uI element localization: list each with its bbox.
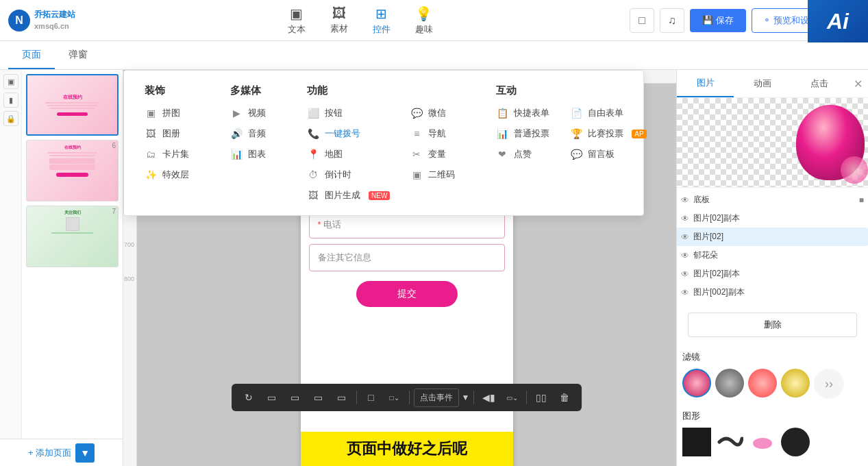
layer-eye-3[interactable]: 👁 (681, 232, 689, 242)
chart-icon: 📊 (230, 148, 243, 160)
page-thumb-7[interactable]: 7 关注我们 (26, 206, 119, 267)
add-page-dropdown-arrow[interactable]: ▼ (75, 443, 95, 463)
nav-widget[interactable]: ↓ ⊞ 控件 (360, 0, 403, 41)
delete-button[interactable]: 删除 (688, 312, 857, 337)
filter-title: 滤镜 (682, 351, 863, 363)
tb-divider2 (409, 391, 410, 404)
right-panel-tab-bar: 图片 动画 点击 ✕ (677, 70, 868, 98)
tb-crop[interactable]: □ (361, 387, 382, 408)
shape-item-rect[interactable] (682, 428, 711, 456)
tb-prev[interactable]: ◀▮ (478, 387, 499, 408)
layer-img02[interactable]: 👁 图片[02] (677, 228, 868, 246)
item-nav[interactable]: ≡ 导航 (410, 127, 455, 140)
add-page-button[interactable]: + 添加页面 ▼ (0, 439, 123, 466)
tb-event-button[interactable]: 点击事件 (414, 389, 459, 407)
layer-eye-5[interactable]: 👁 (681, 269, 689, 279)
rose-thumbnail (796, 105, 865, 180)
image-preview-area (677, 98, 868, 187)
ai-button[interactable]: Ai (808, 0, 868, 42)
sidebar-icon-strip: ▣ ▮ → 🔒 (0, 70, 22, 439)
page-thumb-6[interactable]: 6 在线预约 (26, 140, 119, 201)
sidebar-icon-grid[interactable]: ▣ (3, 74, 18, 89)
item-variable[interactable]: ✂ 变量 (410, 148, 455, 160)
tb-divider3 (473, 391, 474, 404)
layer-dibaan[interactable]: 👁 底板 ■ (677, 191, 868, 209)
item-call[interactable]: 📞 一键拨号 (307, 127, 390, 140)
item-wechat[interactable]: 💬 微信 (410, 107, 455, 119)
puzzle-icon: ▣ (145, 107, 157, 119)
sidebar-icon-lock[interactable]: 🔒 (3, 111, 18, 126)
submit-button[interactable]: 提交 (356, 281, 458, 307)
tb-rect4[interactable]: ▭ (332, 387, 352, 408)
layer-eye-4[interactable]: 👁 (681, 251, 689, 260)
item-imggen[interactable]: 🖼 图片生成 NEW (307, 189, 390, 201)
filter-item-4[interactable] (781, 369, 810, 397)
layer-img02copy[interactable]: 👁 图片[02]副本 (677, 209, 868, 228)
shape-item-brush1[interactable] (715, 428, 744, 456)
tab-popup[interactable]: 弹窗 (55, 42, 101, 69)
item-qrcode[interactable]: ▣ 二维码 (410, 169, 455, 181)
layer-img02copy2[interactable]: 👁 图片[02]副本 (677, 265, 868, 283)
preview-icon: ⚬ (763, 15, 771, 25)
item-card[interactable]: 🗂 卡片集 (145, 148, 189, 160)
tb-align[interactable]: ▭⌄ (501, 387, 522, 408)
item-like[interactable]: ❤ 点赞 (496, 148, 549, 160)
filter-more-btn[interactable]: ›› (814, 369, 844, 399)
nav-text[interactable]: ▣ 文本 (275, 0, 318, 41)
field-notes[interactable]: 备注其它信息 (309, 244, 505, 271)
shape-item-smear[interactable] (748, 428, 777, 456)
tb-rect3[interactable]: ▭ (308, 387, 329, 408)
item-chart[interactable]: 📊 图表 (230, 148, 266, 160)
item-video[interactable]: ▶ 视频 (230, 107, 266, 119)
layer-eye-2[interactable]: 👁 (681, 214, 689, 223)
item-vote[interactable]: 📊 普通投票 (496, 127, 549, 140)
item-contest[interactable]: 🏆 比赛投票 AP (570, 127, 646, 140)
tb-rect1[interactable]: ▭ (262, 387, 282, 408)
tb-delete[interactable]: 🗑 (554, 387, 575, 408)
tb-copy[interactable]: ▯▯ (531, 387, 551, 408)
item-effect[interactable]: ✨ 特效层 (145, 169, 189, 181)
layer-eye-1[interactable]: 👁 (681, 195, 689, 205)
item-comment[interactable]: 💬 留言板 (570, 148, 646, 160)
audio-icon: 🔊 (230, 127, 243, 140)
nav-assets[interactable]: 🖼 素材 (318, 0, 360, 41)
layout-btn[interactable]: □ (630, 8, 654, 33)
item-puzzle[interactable]: ▣ 拼图 (145, 107, 189, 119)
multimedia-items: ▶ 视频 🔊 音频 📊 图表 (230, 107, 266, 160)
sidebar-icon-copy[interactable]: ▮ → (3, 93, 18, 108)
save-button[interactable]: 💾 保存 (690, 9, 746, 32)
layer-yuhua[interactable]: 👁 郁花朵 (677, 246, 868, 265)
rp-tab-image[interactable]: 图片 (677, 70, 734, 97)
rp-tab-animation[interactable]: 动画 (734, 71, 791, 97)
freeform-icon: 📄 (570, 107, 582, 119)
nav-fun[interactable]: 💡 趣味 (403, 0, 445, 41)
layer-img002copy[interactable]: 👁 图片[002]副本 (677, 283, 868, 302)
rp-close-btn[interactable]: ✕ (848, 77, 868, 90)
music-btn[interactable]: ♫ (660, 8, 684, 33)
multimedia-title: 多媒体 (230, 84, 266, 97)
page-thumb-1[interactable]: 在线预约 (26, 74, 119, 136)
shape-item-circle[interactable] (781, 428, 810, 456)
rp-tab-click[interactable]: 点击 (791, 71, 848, 97)
filter-item-2[interactable] (715, 369, 744, 397)
dropdown-decoration: 装饰 ▣ 拼图 🖼 图册 🗂 卡片集 ✨ 特效层 (145, 84, 189, 201)
logo[interactable]: N 乔拓云建站 xmsq6.cn (8, 9, 90, 32)
filter-item-3[interactable] (748, 369, 777, 397)
item-map[interactable]: 📍 地图 (307, 148, 390, 160)
item-audio[interactable]: 🔊 音频 (230, 127, 266, 140)
tb-crop2[interactable]: □⌄ (384, 387, 405, 408)
item-timer[interactable]: ⏱ 倒计时 (307, 169, 390, 181)
tab-page[interactable]: 页面 (8, 42, 55, 69)
function-items-col1: ⬜ 按钮 📞 一键拨号 📍 地图 ⏱ 倒计时 🖼 图片生成 (307, 107, 390, 201)
tb-rotate[interactable]: ↻ (238, 387, 259, 408)
item-button[interactable]: ⬜ 按钮 (307, 107, 390, 119)
filter-item-1[interactable] (682, 369, 711, 397)
function-items-col2: 💬 微信 ≡ 导航 ✂ 变量 ▣ 二维码 (410, 107, 455, 201)
item-album[interactable]: 🖼 图册 (145, 127, 189, 140)
item-quickform[interactable]: 📋 快捷表单 (496, 107, 549, 119)
layer-eye-6[interactable]: 👁 (681, 288, 689, 297)
item-freeform[interactable]: 📄 自由表单 (570, 107, 646, 119)
layer-lock-1: ■ (859, 195, 864, 205)
tb-rect2[interactable]: ▭ (285, 387, 306, 408)
element-toolbar: ↻ ▭ ▭ ▭ ▭ □ □⌄ 点击事件 ▼ ◀▮ ▭⌄ ▯▯ 🗑 (232, 384, 582, 411)
